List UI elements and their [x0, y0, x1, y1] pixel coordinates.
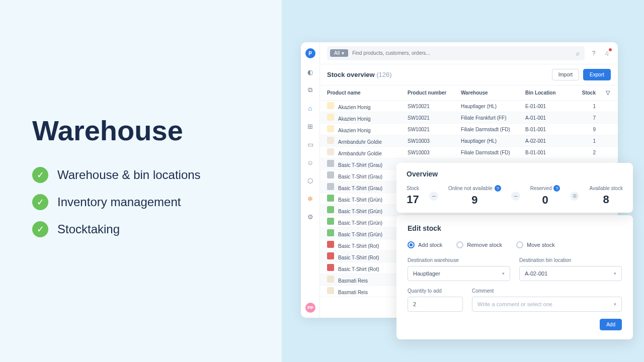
field-label: Destination warehouse: [408, 257, 510, 263]
avatar[interactable]: PP: [305, 303, 315, 313]
gear-icon[interactable]: ⚙: [306, 212, 315, 221]
product-icon: [327, 195, 334, 202]
col-header-stock[interactable]: Stock: [571, 90, 596, 96]
col-header-name[interactable]: Product name: [327, 90, 408, 96]
destination-bin-select[interactable]: A-02-001▾: [519, 266, 622, 281]
help-icon[interactable]: ?: [553, 185, 560, 192]
stock-action-radio-group: Add stock Remove stock Move stock: [408, 241, 622, 248]
product-icon: [327, 114, 334, 121]
table-row[interactable]: Akazien HonigSW10021Hauptlager (HL)E-01-…: [320, 101, 618, 112]
feature-text: Warehouse & bin locations: [57, 168, 201, 182]
product-icon: [327, 287, 334, 294]
feature-item: ✓Warehouse & bin locations: [32, 167, 250, 183]
shop-icon[interactable]: ⌂: [306, 104, 315, 113]
stock-block-total: Stock 17: [407, 186, 419, 206]
table-header: Product name Product number Warehouse Bi…: [320, 85, 618, 101]
quantity-field: Quantity to add: [408, 288, 463, 312]
product-icon: [327, 171, 334, 178]
user-icon[interactable]: ☺: [306, 158, 315, 167]
check-icon: ✓: [32, 194, 48, 210]
topbar: All ▾ ⌕ ? ♫: [320, 42, 618, 64]
stock-label: Online not available ?: [448, 185, 501, 192]
radio-remove-stock[interactable]: Remove stock: [456, 241, 502, 248]
radio-dot: [516, 241, 523, 248]
overview-panel: Overview Stock 17 − Online not available…: [396, 163, 633, 213]
product-icon: [327, 206, 334, 213]
table-row[interactable]: Armbanduhr GoldieSW10003Hauptlager (HL)A…: [320, 135, 618, 147]
table-row[interactable]: Armbanduhr GoldieSW10003Filiale Darmstad…: [320, 147, 618, 158]
check-icon: ✓: [32, 221, 48, 237]
overview-title: Overview: [407, 170, 623, 178]
stock-value: 17: [407, 193, 419, 206]
destination-bin-field: Destination bin location A-02-001▾: [519, 257, 622, 281]
bell-icon[interactable]: ♫: [603, 49, 611, 57]
product-icon: [327, 102, 334, 109]
stock-value: 0: [530, 194, 560, 207]
search-icon[interactable]: ⌕: [574, 49, 582, 57]
import-button[interactable]: Import: [552, 69, 579, 80]
radio-move-stock[interactable]: Move stock: [516, 241, 555, 248]
radio-dot: [456, 241, 463, 248]
edit-stock-panel: Edit stock Add stock Remove stock Move s…: [396, 215, 633, 339]
search-input[interactable]: [348, 50, 574, 56]
people-icon[interactable]: ✻: [306, 194, 315, 203]
dashboard-icon[interactable]: ◐: [306, 67, 315, 76]
destination-warehouse-field: Destination warehouse Hauptlager▾: [408, 257, 510, 281]
search-container: All ▾ ⌕: [327, 46, 585, 60]
feature-item: ✓Stocktaking: [32, 221, 250, 237]
product-icon: [327, 137, 334, 144]
hero-title: Warehouse: [32, 114, 250, 147]
stock-label: Available stock: [589, 186, 623, 191]
stock-block-available: Available stock 8: [589, 186, 623, 206]
product-icon: [327, 218, 334, 225]
col-header-bin[interactable]: Bin Location: [525, 90, 571, 96]
search-filter-pill[interactable]: All ▾: [330, 49, 348, 57]
edit-title: Edit stock: [408, 224, 622, 232]
app-logo[interactable]: P: [305, 48, 315, 58]
stock-equation: Stock 17 − Online not available ? 9 − Re…: [407, 185, 623, 207]
comment-field: Comment Write a comment or select one▾: [472, 288, 622, 312]
table-row[interactable]: Akazien HonigSW10021Filiale Darmstadt (F…: [320, 124, 618, 135]
form-row: Quantity to add Comment Write a comment …: [408, 288, 622, 312]
filter-icon[interactable]: ▽: [606, 89, 610, 96]
form-row: Destination warehouse Hauptlager▾ Destin…: [408, 257, 622, 281]
feature-text: Stocktaking: [57, 222, 120, 236]
product-icon: [327, 252, 334, 259]
chevron-down-icon: ▾: [342, 50, 344, 56]
box-icon[interactable]: ⊞: [306, 122, 315, 131]
check-icon: ✓: [32, 167, 48, 183]
radio-add-stock[interactable]: Add stock: [408, 241, 442, 248]
col-header-warehouse[interactable]: Warehouse: [461, 90, 525, 96]
export-button[interactable]: Export: [583, 69, 611, 80]
page-title: Stock overview (126): [327, 71, 392, 78]
product-icon: [327, 148, 334, 155]
copy-icon[interactable]: ⧉: [306, 85, 315, 95]
product-icon: [327, 160, 334, 167]
equals-sign: =: [570, 192, 579, 201]
quantity-input[interactable]: [413, 301, 457, 307]
help-icon[interactable]: ?: [495, 185, 501, 192]
field-label: Quantity to add: [408, 288, 463, 294]
edit-actions: Add: [408, 319, 622, 330]
bag-icon[interactable]: ⬡: [306, 176, 315, 185]
stock-block-reserved: Reserved ? 0: [530, 185, 560, 207]
product-icon: [327, 276, 334, 283]
table-row[interactable]: Akazien HonigSW10021Filiale Frankfurt (F…: [320, 112, 618, 124]
product-icon: [327, 229, 334, 236]
destination-warehouse-select[interactable]: Hauptlager▾: [408, 266, 510, 281]
product-icon: [327, 241, 334, 248]
product-icon: [327, 125, 334, 132]
add-button[interactable]: Add: [600, 319, 622, 330]
field-label: Comment: [472, 288, 622, 294]
radio-dot-selected: [408, 241, 415, 248]
minus-sign: −: [429, 192, 438, 201]
field-label: Destination bin location: [519, 257, 622, 263]
comment-select[interactable]: Write a comment or select one▾: [472, 297, 622, 312]
stock-value: 9: [448, 194, 501, 207]
truck-icon[interactable]: ▭: [306, 140, 315, 149]
product-icon: [327, 264, 334, 271]
help-icon[interactable]: ?: [590, 49, 598, 57]
header-actions: Import Export: [552, 69, 611, 80]
col-header-number[interactable]: Product number: [408, 90, 461, 96]
chevron-down-icon: ▾: [502, 271, 505, 276]
